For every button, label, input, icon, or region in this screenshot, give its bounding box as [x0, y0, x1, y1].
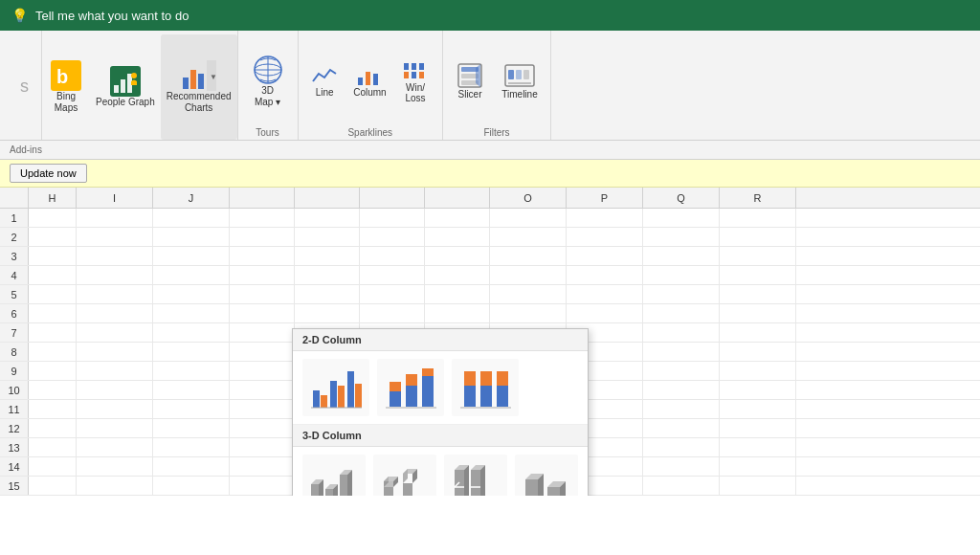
- cell[interactable]: [77, 457, 153, 477]
- 3d-stacked-column-option[interactable]: [373, 455, 436, 496]
- cell[interactable]: [153, 285, 230, 304]
- cell[interactable]: [230, 228, 295, 247]
- cell[interactable]: [490, 209, 567, 228]
- cell[interactable]: [153, 400, 230, 419]
- cell[interactable]: [295, 285, 360, 304]
- cell[interactable]: [720, 228, 796, 247]
- clustered-column-option[interactable]: [302, 359, 369, 416]
- cell[interactable]: [490, 228, 567, 247]
- cell[interactable]: [77, 438, 153, 457]
- cell[interactable]: [567, 266, 643, 285]
- cell[interactable]: [360, 228, 425, 247]
- cell[interactable]: [295, 266, 360, 285]
- cell[interactable]: [153, 343, 230, 362]
- table-row[interactable]: 4: [0, 266, 980, 285]
- cell[interactable]: [29, 400, 77, 419]
- cell[interactable]: [360, 209, 425, 228]
- cell[interactable]: [29, 266, 77, 285]
- s-button[interactable]: s: [8, 73, 41, 100]
- cell[interactable]: [230, 477, 295, 496]
- stacked-column-option[interactable]: [377, 359, 444, 416]
- cell[interactable]: [720, 247, 796, 266]
- col-header-r[interactable]: R: [720, 188, 796, 208]
- cell[interactable]: [295, 247, 360, 266]
- line-sparkline-button[interactable]: Line: [304, 34, 345, 127]
- table-row[interactable]: 3: [0, 247, 980, 266]
- cell[interactable]: [643, 323, 720, 343]
- col-header-i[interactable]: I: [77, 188, 153, 208]
- cell[interactable]: [490, 285, 567, 304]
- cell[interactable]: [643, 477, 720, 496]
- cell[interactable]: [77, 343, 153, 362]
- cell[interactable]: [643, 381, 720, 400]
- cell[interactable]: [230, 209, 295, 228]
- cell[interactable]: [643, 209, 720, 228]
- cell[interactable]: [490, 247, 567, 266]
- cell[interactable]: [77, 419, 153, 438]
- cell[interactable]: [230, 285, 295, 304]
- cell[interactable]: [29, 419, 77, 438]
- cell[interactable]: [230, 438, 295, 457]
- cell[interactable]: [720, 304, 796, 323]
- cell[interactable]: [567, 247, 643, 266]
- update-now-button[interactable]: Update now: [10, 164, 87, 183]
- cell[interactable]: [29, 247, 77, 266]
- cell[interactable]: [425, 304, 490, 323]
- cell[interactable]: [720, 343, 796, 362]
- people-graph-button[interactable]: People Graph: [90, 34, 161, 140]
- cell[interactable]: [720, 381, 796, 400]
- cell[interactable]: [153, 381, 230, 400]
- cell[interactable]: [153, 323, 230, 343]
- cell[interactable]: [29, 438, 77, 457]
- cell[interactable]: [643, 438, 720, 457]
- col-header-o[interactable]: O: [490, 188, 567, 208]
- cell[interactable]: [29, 381, 77, 400]
- cell[interactable]: [153, 209, 230, 228]
- cell[interactable]: [230, 266, 295, 285]
- cell[interactable]: [295, 209, 360, 228]
- cell[interactable]: [567, 228, 643, 247]
- cell[interactable]: [29, 477, 77, 496]
- 100-stacked-column-option[interactable]: [452, 359, 519, 416]
- cell[interactable]: [29, 362, 77, 381]
- cell[interactable]: [425, 228, 490, 247]
- cell[interactable]: [567, 285, 643, 304]
- cell[interactable]: [153, 304, 230, 323]
- cell[interactable]: [230, 419, 295, 438]
- col-header-h[interactable]: H: [29, 188, 77, 208]
- cell[interactable]: [29, 304, 77, 323]
- cell[interactable]: [77, 323, 153, 343]
- cell[interactable]: [720, 266, 796, 285]
- cell[interactable]: [360, 304, 425, 323]
- 3d-100-column-option[interactable]: [444, 455, 507, 496]
- cell[interactable]: [230, 323, 295, 343]
- recommended-charts-button[interactable]: ▼ RecommendedCharts: [161, 34, 237, 140]
- cell[interactable]: [153, 419, 230, 438]
- cell[interactable]: [643, 400, 720, 419]
- cell[interactable]: [29, 343, 77, 362]
- cell[interactable]: [295, 228, 360, 247]
- cell[interactable]: [230, 247, 295, 266]
- cell[interactable]: [77, 209, 153, 228]
- col-header-q[interactable]: Q: [643, 188, 720, 208]
- cell[interactable]: [230, 304, 295, 323]
- cell[interactable]: [29, 285, 77, 304]
- cell[interactable]: [77, 247, 153, 266]
- 3d-column-option[interactable]: [515, 455, 578, 496]
- cell[interactable]: [360, 266, 425, 285]
- cell[interactable]: [720, 285, 796, 304]
- cell[interactable]: [643, 228, 720, 247]
- cell[interactable]: [295, 304, 360, 323]
- cell[interactable]: [29, 323, 77, 343]
- column-sparkline-button[interactable]: Column: [349, 34, 390, 127]
- cell[interactable]: [643, 362, 720, 381]
- cell[interactable]: [77, 228, 153, 247]
- cell[interactable]: [29, 228, 77, 247]
- cell[interactable]: [720, 400, 796, 419]
- col-header-j[interactable]: J: [153, 188, 230, 208]
- cell[interactable]: [720, 477, 796, 496]
- cell[interactable]: [490, 266, 567, 285]
- cell[interactable]: [643, 304, 720, 323]
- cell[interactable]: [720, 438, 796, 457]
- cell[interactable]: [567, 304, 643, 323]
